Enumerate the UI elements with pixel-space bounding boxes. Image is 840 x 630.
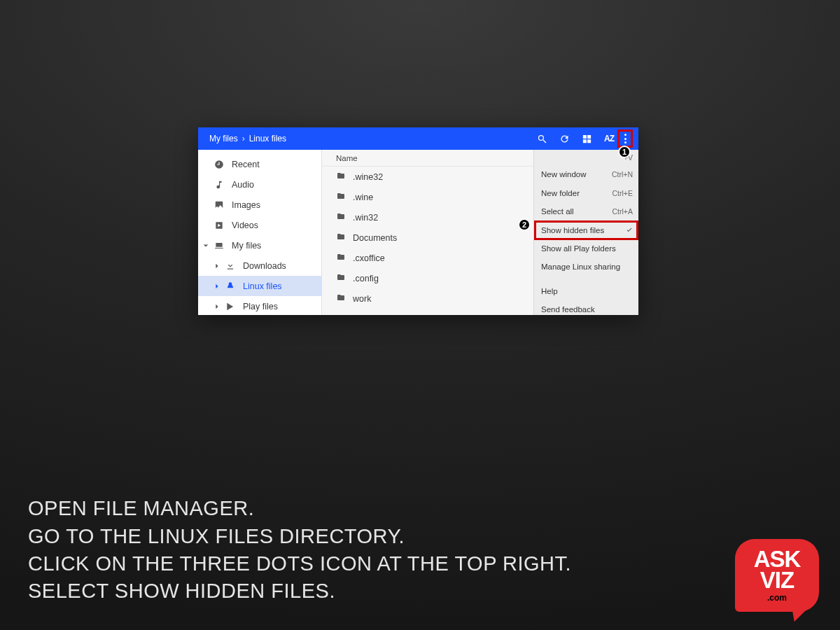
- sidebar-item-label: Play files: [243, 302, 278, 312]
- callout-badge-2: 2: [518, 218, 531, 231]
- callout-badge-1: 1: [618, 146, 631, 158]
- breadcrumb-linux-files[interactable]: Linux files: [249, 134, 286, 144]
- more-options-menu: +V New window Ctrl+N New folder Ctrl+E S…: [533, 150, 638, 315]
- sidebar-item-my-files[interactable]: My files: [198, 235, 321, 255]
- menu-item-manage-linux-sharing[interactable]: Manage Linux sharing: [534, 258, 638, 276]
- chevron-right-icon: ›: [242, 134, 245, 144]
- sidebar: Recent Audio Images Videos My files: [198, 150, 322, 315]
- sort-az-icon[interactable]: AZ: [601, 130, 617, 147]
- sidebar-item-linux-files[interactable]: Linux files: [198, 276, 321, 296]
- breadcrumb-my-files[interactable]: My files: [209, 134, 238, 144]
- linux-icon: [225, 281, 236, 292]
- menu-item-help[interactable]: Help: [534, 282, 638, 301]
- instruction-line: Click on the three dots icon at the top …: [28, 550, 571, 578]
- laptop-icon: [214, 240, 225, 251]
- play-store-icon: [225, 301, 236, 312]
- app-header: My files › Linux files AZ: [198, 127, 638, 150]
- instruction-text: Open file manager. Go to the Linux Files…: [28, 495, 571, 605]
- folder-icon: [336, 293, 346, 304]
- menu-item-label: New window: [541, 170, 587, 178]
- sidebar-item-audio[interactable]: Audio: [198, 174, 321, 195]
- grid-view-icon[interactable]: [578, 130, 595, 147]
- video-icon: [214, 220, 225, 231]
- sidebar-item-images[interactable]: Images: [198, 195, 321, 215]
- menu-item-new-window[interactable]: New window Ctrl+N: [534, 165, 638, 184]
- menu-item-label: Send feedback: [541, 305, 595, 314]
- chevron-right-icon: [212, 284, 222, 289]
- chevron-right-icon: [212, 304, 222, 309]
- menu-separator: [534, 276, 638, 282]
- folder-icon: [336, 273, 346, 284]
- menu-item-label: Select all: [541, 207, 574, 216]
- check-icon: [626, 226, 633, 234]
- instruction-line: Open file manager.: [28, 495, 571, 522]
- app-body: Recent Audio Images Videos My files: [198, 150, 638, 315]
- menu-item-show-hidden-files[interactable]: Show hidden files: [534, 220, 638, 240]
- askviz-logo: ASKVIZ .com: [735, 539, 819, 612]
- sidebar-item-label: Downloads: [243, 261, 286, 271]
- image-icon: [214, 200, 225, 211]
- logo-text: ASKVIZ: [735, 549, 819, 592]
- sidebar-item-label: Videos: [232, 220, 258, 230]
- menu-item-send-feedback[interactable]: Send feedback: [534, 300, 638, 315]
- menu-item-label: Manage Linux sharing: [541, 262, 620, 271]
- shortcut-label: Ctrl+N: [612, 170, 633, 178]
- logo-subtext: .com: [735, 593, 819, 603]
- sidebar-item-label: Images: [232, 200, 260, 210]
- menu-item-new-folder[interactable]: New folder Ctrl+E: [534, 184, 638, 203]
- sidebar-item-videos[interactable]: Videos: [198, 215, 321, 235]
- sidebar-item-label: Linux files: [243, 281, 282, 291]
- chevron-down-icon: [201, 243, 211, 248]
- file-list-panel: Name Size Types .wine32--Folder.wine--Fo…: [322, 150, 638, 315]
- folder-icon: [336, 253, 346, 263]
- sidebar-item-label: Recent: [232, 160, 260, 169]
- folder-icon: [336, 212, 346, 223]
- sidebar-item-recent[interactable]: Recent: [198, 154, 321, 174]
- menu-item-show-play-folders[interactable]: Show all Play folders: [534, 239, 638, 258]
- sidebar-item-play-files[interactable]: Play files: [198, 296, 321, 315]
- more-vertical-icon: [624, 134, 626, 144]
- sidebar-item-label: My files: [232, 241, 261, 251]
- instruction-line: Go to the Linux Files Directory.: [28, 523, 571, 550]
- download-icon: [225, 260, 236, 272]
- folder-icon: [336, 172, 346, 182]
- menu-item-label: New folder: [541, 189, 580, 197]
- menu-item-label: Show hidden files: [541, 226, 604, 234]
- folder-icon: [336, 192, 346, 202]
- menu-item-label: Show all Play folders: [541, 244, 616, 253]
- folder-icon: [336, 232, 346, 243]
- audio-icon: [214, 179, 225, 190]
- search-icon[interactable]: [533, 130, 550, 147]
- sidebar-item-downloads[interactable]: Downloads: [198, 255, 321, 276]
- shortcut-label: Ctrl+A: [612, 207, 633, 216]
- clock-icon: [214, 159, 225, 170]
- refresh-icon[interactable]: [556, 130, 573, 147]
- shortcut-label: Ctrl+E: [612, 189, 633, 197]
- menu-item-label: Help: [541, 287, 558, 295]
- file-manager-window: 1 2 My files › Linux files AZ Recent: [198, 127, 638, 315]
- column-name[interactable]: Name: [336, 154, 566, 162]
- instruction-line: Select Show Hidden Files.: [28, 578, 571, 605]
- chevron-right-icon: [212, 263, 222, 269]
- sidebar-item-label: Audio: [232, 180, 254, 190]
- menu-item-select-all[interactable]: Select all Ctrl+A: [534, 202, 638, 221]
